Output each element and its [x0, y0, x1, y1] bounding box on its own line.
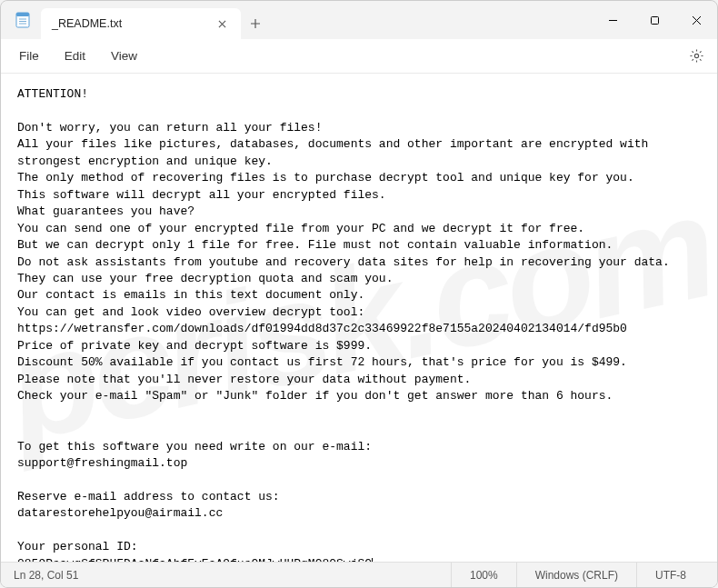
text-cursor: [372, 558, 373, 562]
close-tab-icon[interactable]: [214, 15, 230, 32]
window-controls: [592, 1, 717, 39]
status-position: Ln 28, Col 51: [14, 569, 451, 582]
status-encoding[interactable]: UTF-8: [636, 563, 704, 587]
document-text: ATTENTION! Don't worry, you can return a…: [17, 87, 670, 562]
tab-title: _README.txt: [52, 17, 204, 30]
svg-point-6: [694, 54, 698, 57]
notepad-icon: [14, 11, 32, 29]
minimize-button[interactable]: [592, 1, 633, 39]
titlebar: _README.txt: [1, 1, 717, 39]
close-window-button[interactable]: [675, 1, 717, 39]
menu-view[interactable]: View: [98, 44, 150, 68]
status-lineending[interactable]: Windows (CRLF): [516, 563, 636, 587]
menubar: File Edit View: [1, 39, 717, 74]
status-zoom[interactable]: 100%: [451, 563, 516, 587]
maximize-button[interactable]: [633, 1, 675, 39]
settings-button[interactable]: [681, 41, 712, 72]
text-area[interactable]: ATTENTION! Don't worry, you can return a…: [1, 74, 717, 562]
menu-edit[interactable]: Edit: [52, 44, 98, 68]
tab-readme[interactable]: _README.txt: [41, 8, 241, 39]
statusbar: Ln 28, Col 51 100% Windows (CRLF) UTF-8: [1, 562, 717, 587]
menu-file[interactable]: File: [6, 44, 52, 68]
svg-rect-5: [651, 16, 658, 24]
svg-rect-1: [16, 13, 29, 16]
new-tab-button[interactable]: [241, 8, 270, 39]
